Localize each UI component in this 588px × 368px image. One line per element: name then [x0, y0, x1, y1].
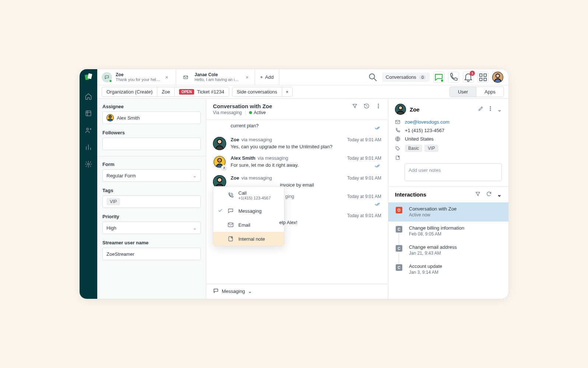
chevron-down-icon[interactable]: ⌄	[497, 191, 502, 198]
svg-rect-0	[86, 111, 91, 116]
refresh-icon[interactable]	[486, 191, 492, 198]
profile-avatar[interactable]	[492, 72, 503, 83]
chat-status-icon[interactable]	[433, 72, 444, 83]
mail-icon	[181, 72, 191, 82]
context-segment: User Apps	[449, 86, 504, 97]
message-text: elp Alex!	[279, 220, 381, 225]
read-check-icon	[375, 201, 381, 208]
rail-admin-icon[interactable]	[81, 157, 96, 171]
side-conv-group: Side conversations +	[232, 87, 293, 97]
breadcrumb-ticket[interactable]: OPENTicket #1234	[175, 87, 228, 96]
message-author: Zoe	[231, 175, 239, 181]
svg-rect-5	[480, 74, 482, 76]
svg-rect-7	[480, 78, 482, 81]
read-check-icon	[375, 163, 381, 170]
user-locale-row: United States	[395, 136, 502, 142]
search-icon[interactable]	[367, 72, 378, 83]
filter-icon[interactable]	[475, 191, 481, 198]
avatar-zoe	[213, 137, 226, 150]
streamer-field[interactable]: ZoeStreamer	[102, 248, 201, 260]
followers-field[interactable]	[102, 138, 201, 150]
bell-icon[interactable]: 1	[463, 72, 474, 83]
form-label: Form	[102, 162, 201, 167]
svg-point-10	[496, 74, 500, 78]
brand-logo[interactable]	[84, 73, 93, 82]
edit-icon[interactable]	[478, 106, 484, 113]
interactions-list: O Conversation with Zoe Active now C Cha…	[388, 202, 508, 279]
history-icon[interactable]	[364, 103, 370, 110]
phone-icon[interactable]	[448, 72, 459, 83]
user-notes-input[interactable]: Add user notes	[405, 163, 502, 181]
segment-apps[interactable]: Apps	[476, 87, 504, 97]
segment-user[interactable]: User	[450, 87, 476, 97]
svg-point-4	[369, 74, 374, 79]
top-actions: Conversations0 1	[362, 69, 508, 85]
message-channel: ging	[285, 194, 294, 199]
add-tab-button[interactable]: +Add	[255, 69, 279, 85]
via-label: Via messaging	[213, 110, 242, 115]
status-badge-closed: C	[396, 226, 402, 233]
interactions-header: Interactions ⌄	[388, 187, 508, 202]
breadcrumb-group: Organization (Create) Zoe OPENTicket #12…	[102, 87, 229, 97]
side-conversations-button[interactable]: Side conversations	[232, 87, 282, 96]
priority-select[interactable]: High⌄	[102, 222, 201, 234]
tag-vip: VIP	[424, 145, 438, 152]
note-icon	[227, 236, 234, 242]
user-avatar	[395, 104, 406, 115]
tab-title: Zoe	[116, 72, 160, 77]
status-open-badge: OPEN	[179, 89, 194, 95]
breadcrumb-requester[interactable]: Zoe	[157, 87, 175, 96]
interaction-item[interactable]: C Account update Jan 3, 9:14 AM	[388, 260, 508, 279]
more-icon[interactable]	[487, 106, 493, 113]
close-icon[interactable]: ×	[244, 73, 250, 82]
composer-channel-select[interactable]: Messaging ⌄	[213, 288, 252, 295]
chevron-down-icon[interactable]: ⌄	[497, 106, 502, 113]
user-name: Zoe	[410, 106, 474, 113]
message-time: Today at 9:01 AM	[347, 213, 381, 218]
svg-point-20	[224, 167, 225, 168]
more-icon[interactable]	[375, 103, 381, 110]
interaction-item[interactable]: O Conversation with Zoe Active now	[388, 202, 508, 222]
context-panel: Zoe ⌄ zoe@lovesdogs.com +1 (415) 123-456…	[388, 99, 508, 299]
add-side-conversation[interactable]: +	[282, 87, 293, 96]
svg-point-2	[88, 163, 90, 165]
message-time: Today at 9:01 AM	[347, 176, 381, 181]
tab-zoe[interactable]: ZoeThank you for your hel… ×	[97, 69, 176, 85]
rail-views-icon[interactable]	[81, 106, 96, 121]
form-select[interactable]: Regular Form⌄	[102, 169, 201, 182]
svg-point-22	[217, 178, 222, 182]
svg-point-12	[109, 116, 112, 118]
priority-label: Priority	[102, 214, 201, 219]
svg-point-15	[378, 107, 379, 108]
streamer-label: Streamer user name	[102, 240, 201, 245]
svg-point-13	[378, 104, 379, 105]
user-email-row[interactable]: zoe@lovesdogs.com	[395, 119, 502, 125]
filter-icon[interactable]	[352, 103, 358, 110]
conversations-pill[interactable]: Conversations0	[382, 72, 430, 82]
plus-icon: +	[260, 74, 263, 80]
interaction-item[interactable]: C Change billing information Feb 08, 9:0…	[388, 222, 508, 241]
user-phone-row: +1 (415) 123-4567	[395, 128, 502, 133]
tags-field[interactable]: VIP	[102, 195, 201, 208]
message-text: For sure, let me do it right away.	[231, 162, 299, 170]
close-icon[interactable]: ×	[164, 73, 169, 82]
channel-option-internal-note[interactable]: Internal note	[213, 232, 284, 246]
assignee-label: Assignee	[102, 104, 201, 109]
rail-reporting-icon[interactable]	[81, 140, 96, 155]
tab-subtitle: Hello, I am having an is…	[195, 77, 241, 82]
svg-rect-8	[484, 78, 486, 81]
tag-basic: Basic	[405, 145, 422, 152]
svg-point-28	[490, 108, 491, 109]
status-badge-open: O	[396, 207, 402, 213]
apps-grid-icon[interactable]	[477, 72, 489, 83]
followers-label: Followers	[102, 130, 201, 135]
read-check-icon	[375, 125, 381, 132]
interaction-item[interactable]: C Change email address Jan 21, 9:43 AM	[388, 241, 508, 260]
sub-bar: Organization (Create) Zoe OPENTicket #12…	[97, 85, 508, 99]
rail-home-icon[interactable]	[81, 89, 96, 104]
tab-janae[interactable]: Janae ColeHello, I am having an is… ×	[176, 69, 255, 85]
breadcrumb-org[interactable]: Organization (Create)	[102, 87, 157, 96]
rail-customers-icon[interactable]	[81, 123, 96, 138]
message-time: Today at 9:01 AM	[347, 137, 381, 142]
assignee-field[interactable]: Alex Smith	[102, 112, 201, 124]
